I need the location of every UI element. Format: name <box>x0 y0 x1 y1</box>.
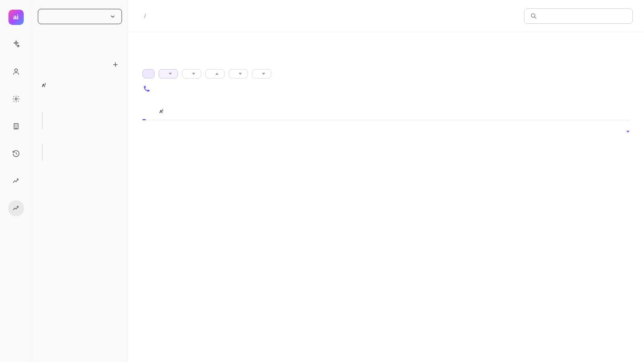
caret-down-icon <box>192 73 195 75</box>
tabs: ᴧᴵ <box>142 104 630 120</box>
tab-agent-status[interactable] <box>225 104 228 120</box>
filter-keyword[interactable] <box>182 69 201 78</box>
svg-point-0 <box>14 69 17 72</box>
caret-down-icon <box>626 131 630 133</box>
sidebar-qa-teams[interactable] <box>42 112 128 118</box>
org-selector[interactable] <box>38 9 122 24</box>
sidebar-my-searches[interactable]: + <box>32 56 128 73</box>
sidebar-bi[interactable] <box>32 91 128 98</box>
topbar: / <box>128 0 644 32</box>
sidebar-all-calls[interactable] <box>32 35 128 42</box>
sidebar-csat[interactable]: ᴧᴵ <box>32 79 128 91</box>
sidebar-de-eng[interactable] <box>42 149 128 155</box>
filter-bar <box>142 69 630 78</box>
chevron-down-icon <box>109 13 116 20</box>
ai-icon: ᴧᴵ <box>159 108 163 114</box>
tab-texts[interactable] <box>209 104 213 120</box>
caret-up-icon <box>215 73 219 75</box>
tab-duration[interactable] <box>194 104 197 120</box>
filter-moment[interactable] <box>205 69 225 78</box>
history-icon[interactable] <box>8 146 24 162</box>
sidebar-de-header <box>32 137 128 144</box>
user-icon[interactable] <box>8 64 24 80</box>
caret-down-icon <box>239 73 242 75</box>
page-subtitle <box>142 51 630 58</box>
tab-csat[interactable]: ᴧᴵ <box>158 104 167 120</box>
trend-icon[interactable] <box>8 173 24 189</box>
building-icon[interactable] <box>8 118 24 134</box>
search-input[interactable] <box>541 12 627 19</box>
app-logo: ai <box>8 10 24 25</box>
sidebar: + ᴧᴵ <box>32 0 128 362</box>
call-volume-chart <box>155 138 628 259</box>
breadcrumb: / <box>142 13 148 19</box>
search-box[interactable] <box>524 8 633 24</box>
sidebar-qa-scorecards[interactable] <box>42 123 128 129</box>
tab-calls[interactable] <box>142 104 146 120</box>
export-csv[interactable] <box>622 131 630 133</box>
filter-scope[interactable] <box>252 69 271 78</box>
caret-down-icon <box>169 73 172 75</box>
sidebar-my-calls[interactable] <box>32 42 128 48</box>
analytics-icon[interactable] <box>8 200 24 216</box>
filter-calltype[interactable] <box>159 69 178 78</box>
plus-icon[interactable]: + <box>113 60 118 70</box>
filter-duration[interactable] <box>229 69 248 78</box>
sparkle-icon[interactable] <box>8 36 24 52</box>
ai-icon: ᴧᴵ <box>42 82 45 88</box>
svg-point-1 <box>15 98 17 100</box>
sidebar-qa-agents[interactable] <box>42 118 128 123</box>
phone-icon <box>142 85 151 93</box>
sidebar-qa-header <box>32 106 128 112</box>
filter-office[interactable] <box>142 69 155 78</box>
sidebar-de-ops[interactable] <box>42 144 128 149</box>
gear-icon[interactable] <box>8 91 24 107</box>
tab-moments[interactable] <box>179 104 182 120</box>
icon-rail: ai <box>0 0 32 362</box>
sidebar-de-biz[interactable] <box>42 155 128 160</box>
view-calls-link[interactable] <box>142 85 630 93</box>
svg-point-3 <box>531 14 535 17</box>
search-icon <box>530 12 537 20</box>
caret-down-icon <box>262 73 265 75</box>
